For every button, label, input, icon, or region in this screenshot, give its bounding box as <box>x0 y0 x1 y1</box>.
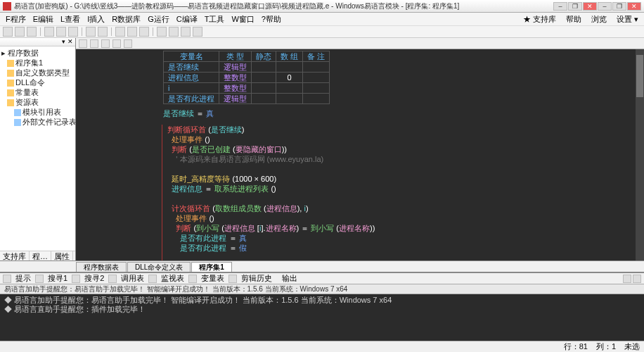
code-lines[interactable]: 判断循环首 (是否继续) 处理事件 () 判断 (是否已创建 (要隐藏的窗口))… <box>163 125 644 260</box>
bottom-tab[interactable]: 变量表 <box>198 273 227 284</box>
code-tool-icon[interactable] <box>90 39 98 48</box>
close-button[interactable]: ✕ <box>583 2 597 11</box>
close-icon[interactable] <box>633 275 641 283</box>
tree-node[interactable]: 常量表 <box>1 87 74 97</box>
bottom-tab[interactable]: 提示 <box>13 273 34 284</box>
tab-icon[interactable] <box>35 275 44 283</box>
toolbar-build-icon[interactable] <box>139 27 149 37</box>
minimize-button[interactable]: – <box>553 2 567 11</box>
menu-right-item[interactable]: 设置 ▾ <box>614 14 641 25</box>
pin-icon[interactable] <box>623 275 631 283</box>
code-line[interactable]: 进程信息 ＝ 取系统进程列表 () <box>163 184 644 194</box>
toolbar-icon[interactable] <box>157 27 167 37</box>
tree-root[interactable]: ▸ 程序数据 <box>1 48 74 58</box>
toolbar-undo-icon[interactable] <box>86 27 96 37</box>
toolbar-run-icon[interactable] <box>115 27 125 37</box>
title-bar: 易语言(加密狗版) - G:\跨线\竖线3——进阶教程源码——易语言视频进程隐藏… <box>0 0 644 13</box>
vertical-scrollbar[interactable] <box>636 49 644 260</box>
tree-node[interactable]: DLL命令 <box>1 77 74 87</box>
toolbar-redo-icon[interactable] <box>98 27 108 37</box>
code-line[interactable]: 是否有此进程 ＝ 假 <box>163 243 644 253</box>
project-tree[interactable]: ▸ 程序数据 程序集1自定义数据类型DLL命令常量表资源表模块引用表外部文件记录… <box>0 46 75 251</box>
pin-icon[interactable]: ▾ <box>60 38 67 46</box>
menu-right-item[interactable]: 浏览 <box>588 14 610 25</box>
tree-node[interactable]: 外部文件记录表 <box>1 117 74 127</box>
tree-node[interactable]: 资源表 <box>1 97 74 107</box>
toolbar-stop-icon[interactable] <box>127 27 137 37</box>
code-line[interactable]: ' 本源码来自易语言源码网 (www.eyuyan.la) <box>163 154 644 164</box>
code-line[interactable]: 是否有此进程 ＝ 真 <box>163 233 644 243</box>
code-tool-icon[interactable] <box>79 39 87 48</box>
tree-node[interactable]: 模块引用表 <box>1 107 74 117</box>
toolbar-cut-icon[interactable] <box>44 27 54 37</box>
table-row[interactable]: 是否继续逻辑型 <box>164 62 330 73</box>
menu-right-item[interactable]: 帮助 <box>563 14 584 25</box>
menu-item[interactable]: L查看 <box>58 14 83 25</box>
editor-tab[interactable]: DLL命令定义表 <box>127 262 191 272</box>
tab-icon[interactable] <box>188 275 197 283</box>
tree-node[interactable]: 程序集1 <box>1 58 74 68</box>
bottom-tab[interactable]: 输出 <box>279 273 300 284</box>
menu-item[interactable]: W窗口 <box>228 14 257 25</box>
minimize-button-2[interactable]: – <box>598 2 612 11</box>
code-editor[interactable]: 变量名类 型静态数 组备 注 是否继续逻辑型进程信息整数型0i整数型是否有此进程… <box>76 49 644 260</box>
menu-right-item[interactable]: ★ 支持库 <box>520 14 559 25</box>
menu-item[interactable]: E编辑 <box>30 14 56 25</box>
code-line[interactable] <box>163 194 644 203</box>
menu-item[interactable]: G运行 <box>145 14 172 25</box>
menu-item[interactable]: I插入 <box>84 14 108 25</box>
toolbar-icon[interactable] <box>169 27 179 37</box>
table-row[interactable]: 是否有此进程逻辑型 <box>164 94 330 104</box>
code-tool-icon[interactable] <box>124 39 132 48</box>
restore-button[interactable]: ❐ <box>568 2 582 11</box>
bottom-tab[interactable]: 调用表 <box>118 273 147 284</box>
toolbar-copy-icon[interactable] <box>56 27 66 37</box>
menu-item[interactable]: ?帮助 <box>259 14 284 25</box>
tab-icon[interactable] <box>72 275 80 283</box>
code-tool-icon[interactable] <box>112 39 121 48</box>
bottom-tab[interactable]: 搜寻2 <box>82 273 107 284</box>
sidebar-tab[interactable]: 支持库 <box>0 251 30 260</box>
bottom-tab[interactable]: 剪辑历史 <box>238 273 275 284</box>
tab-icon[interactable] <box>148 275 157 283</box>
toolbar-icon[interactable] <box>193 27 202 37</box>
sidebar-tab[interactable]: 属性 <box>51 251 73 260</box>
code-line[interactable]: 判断 (到小写 (进程信息 [i].进程名称) ＝ 到小写 (进程名称)) <box>163 223 644 233</box>
toolbar-save-icon[interactable] <box>27 27 37 37</box>
code-line[interactable]: 判断 (是否已创建 (要隐藏的窗口)) <box>163 144 644 154</box>
restore-button-2[interactable]: ❐ <box>612 2 626 11</box>
toolbar-new-icon[interactable] <box>3 27 13 37</box>
table-row[interactable]: i整数型 <box>164 83 330 94</box>
bottom-tab[interactable]: 监视表 <box>158 273 187 284</box>
menu-item[interactable]: C编译 <box>174 14 200 25</box>
search-icon[interactable] <box>3 275 11 283</box>
menu-item[interactable]: T工具 <box>202 14 228 25</box>
code-line[interactable] <box>163 253 644 260</box>
code-tool-icon[interactable] <box>101 39 110 48</box>
tab-icon[interactable] <box>108 275 117 283</box>
menu-item[interactable]: F程序 <box>3 14 29 25</box>
bottom-tab[interactable]: 搜寻1 <box>45 273 70 284</box>
code-line[interactable]: 计次循环首 (取数组成员数 (进程信息), i) <box>163 203 644 213</box>
toolbar-open-icon[interactable] <box>15 27 25 37</box>
sidebar-tab[interactable]: 程… <box>30 251 51 260</box>
menu-item[interactable]: R数据库 <box>109 14 143 25</box>
editor-tab[interactable]: 程序数据表 <box>76 262 127 272</box>
code-line[interactable]: 处理事件 () <box>163 213 644 223</box>
log-line: ◆ 易语言直助手提醒您：插件加载完毕！ <box>4 305 640 314</box>
scrollbar-thumb[interactable] <box>636 55 643 97</box>
table-row[interactable]: 进程信息整数型0 <box>164 73 330 83</box>
code-line[interactable]: 判断循环首 (是否继续) <box>163 125 644 134</box>
close-icon[interactable]: ✕ <box>67 38 74 46</box>
tree-node[interactable]: 自定义数据类型 <box>1 68 74 77</box>
code-line[interactable] <box>163 164 644 174</box>
code-line[interactable]: 延时_高精度等待 (1000 × 600) <box>163 174 644 184</box>
tab-icon[interactable] <box>228 275 237 283</box>
editor-tab-active[interactable]: 程序集1 <box>191 262 232 272</box>
bottom-panel: 提示 搜寻1 搜寻2 调用表 监视表 变量表 剪辑历史 输出 易语言加助手提醒您… <box>0 272 644 341</box>
code-line[interactable]: 处理事件 () <box>163 134 644 144</box>
toolbar-icon[interactable] <box>181 27 191 37</box>
output-log[interactable]: ◆ 易语言加助手提醒您：易语言助手加载完毕！ 智能编译开启成功！ 当前版本：1.… <box>0 294 644 341</box>
toolbar-paste-icon[interactable] <box>68 27 78 37</box>
close-button-2[interactable]: ✕ <box>627 2 641 11</box>
